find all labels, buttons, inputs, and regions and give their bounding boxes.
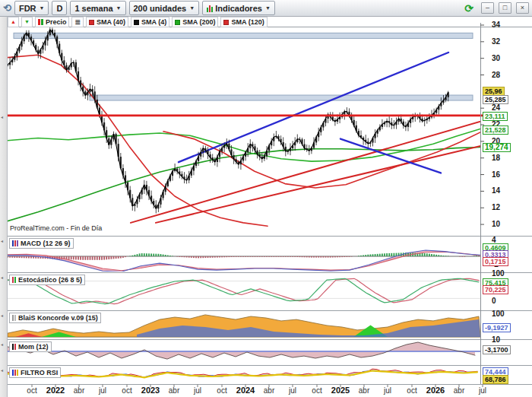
x-axis-label: jul (479, 386, 486, 395)
price-axis-tick: 28 (492, 71, 500, 79)
x-axis-label: 2026 (426, 386, 445, 395)
symbol-label: FDR (19, 4, 36, 13)
units-label: 200 unidades (134, 4, 187, 13)
x-axis-label: jul (99, 386, 106, 395)
x-axis-label: 2022 (46, 386, 65, 395)
mom-axis-tick: 10 (492, 336, 500, 344)
koncorde-icon (12, 315, 16, 321)
overlay-sma4 (8, 30, 448, 208)
price-axis-tick: 30 (492, 55, 500, 62)
x-axis-label: jul (384, 386, 391, 395)
price-axis-label: 19,274 (483, 143, 511, 152)
x-axis-label: 2025 (331, 386, 350, 395)
estocastico-value-label: 70,225 (483, 285, 508, 294)
panel-title: BlaiS Koncorde v.09 (15) (18, 313, 98, 322)
x-axis-label: oct (217, 386, 226, 395)
timeframe-dropdown[interactable]: 1 semana▼ (70, 1, 125, 15)
indicators-dropdown[interactable]: Indicadores▼ (202, 1, 275, 15)
price-axis-tick: 16 (492, 171, 500, 179)
price-axis-tick: 18 (492, 154, 500, 162)
x-axis-label: jul (194, 386, 201, 395)
left-panel-strip[interactable]: ◂◂◂◂◂◂ (0, 17, 8, 397)
panel-collapse-arrow-icon[interactable]: ◂ (1, 275, 3, 280)
sma-color-swatch (175, 20, 180, 25)
legend-sma-1[interactable]: SMA (4) (131, 17, 169, 27)
price-legend: ▲ ▼ Precio ≣ SMA (40)SMA (4)SMA (200)SMA… (8, 17, 268, 27)
x-axis-label: oct (407, 386, 416, 395)
timeframe-label: 1 semana (74, 4, 112, 13)
price-legend-label: Precio (46, 17, 67, 27)
chart-canvas[interactable] (0, 0, 532, 397)
x-axis-label: abr (169, 386, 179, 395)
panel-collapse-arrow-icon[interactable]: ◂ (1, 114, 3, 119)
indicators-label: Indicadores (215, 4, 262, 13)
mom-value-label: -3,1700 (483, 345, 511, 354)
panel-label-filtro-rsi[interactable]: FILTRO RSI (9, 367, 61, 378)
history-label: D (56, 4, 62, 13)
filtro-rsi-value-label: 68,786 (483, 375, 508, 384)
price-axis-tick: 32 (492, 38, 500, 46)
scale-up-button[interactable]: ▲ (8, 17, 19, 27)
prorealtime-window: { "window": {"minimize": "–", "maximize"… (0, 0, 532, 397)
candle-icon (38, 19, 43, 25)
branding-text: ProRealTime.com - Fin de Día (9, 224, 103, 232)
panel-collapse-arrow-icon[interactable]: ◂ (1, 313, 3, 318)
units-dropdown[interactable]: 200 unidades▼ (129, 1, 200, 15)
x-axis-label: oct (312, 386, 321, 395)
macd-value-label: 0,1715 (483, 257, 508, 266)
arrow-up-icon: ▲ (11, 17, 16, 27)
panel-collapse-arrow-icon[interactable]: ◂ (1, 238, 3, 243)
legend-sma-0[interactable]: SMA (40) (86, 17, 128, 27)
chevron-down-icon: ▼ (116, 5, 122, 11)
price-axis-tick: 12 (492, 204, 500, 211)
x-axis-label: abr (359, 386, 369, 395)
close-button[interactable]: × (516, 2, 529, 14)
sma-color-swatch (223, 20, 229, 25)
list-icon: ≣ (74, 17, 81, 27)
filtro-rsi-icon (12, 370, 18, 376)
panel-label-macd[interactable]: MACD (12 26 9) (9, 238, 74, 249)
panel-title: Estocástico (26 8 5) (18, 275, 82, 284)
arrow-down-icon: ▼ (24, 17, 30, 27)
overlay-trend-red-up-2 (156, 145, 486, 223)
x-axis-label: 2023 (141, 386, 160, 395)
mom-icon (12, 344, 16, 350)
minimize-button[interactable]: – (481, 2, 494, 14)
panel-collapse-arrow-icon[interactable]: ◂ (1, 341, 3, 347)
symbol-dropdown[interactable]: FDR▼ (14, 1, 49, 15)
panel-label-mom[interactable]: Mom (12) (9, 341, 52, 352)
refresh-icon[interactable]: ⟳ (464, 2, 473, 14)
estocastico-axis-tick: 0 (492, 297, 496, 305)
price-axis-tick: 24 (492, 104, 500, 112)
x-axis-label: 2024 (236, 386, 255, 395)
sma-color-swatch (134, 20, 139, 25)
panel-label-estocastico[interactable]: Estocástico (26 8 5) (9, 275, 85, 285)
panel-label-koncorde[interactable]: BlaiS Koncorde v.09 (15) (9, 313, 101, 323)
price-axis-tick: 34 (492, 21, 500, 29)
chevron-down-icon: ▼ (189, 5, 195, 11)
legend-price[interactable]: Precio (35, 17, 70, 27)
price-axis-tick: 10 (492, 221, 500, 228)
sma-legend-label: SMA (40) (97, 17, 125, 27)
sma-legend-label: SMA (200) (182, 17, 215, 27)
sma-legend-label: SMA (4) (141, 17, 166, 27)
overlay-sma120 (8, 129, 480, 162)
legend-sma-2[interactable]: SMA (200) (172, 17, 218, 27)
x-axis-label: abr (264, 386, 274, 395)
history-button[interactable]: D (52, 1, 67, 15)
toolbar: ⟲ FDR▼ D 1 semana▼ 200 unidades▼ Indicad… (0, 0, 532, 17)
estocastico-icon (12, 277, 16, 283)
panel-collapse-arrow-icon[interactable]: ◂ (1, 367, 3, 373)
legend-settings-button[interactable]: ≣ (71, 17, 84, 27)
maximize-button[interactable]: □ (499, 2, 511, 14)
koncorde-value-label: -9,1927 (483, 323, 511, 332)
sync-icon[interactable]: ⟲ (3, 2, 11, 14)
price-axis-tick: 14 (492, 187, 500, 195)
resistance-band (90, 95, 473, 100)
scale-down-button[interactable]: ▼ (21, 17, 33, 27)
x-axis-label: oct (27, 386, 36, 395)
chevron-down-icon: ▼ (40, 5, 45, 11)
x-axis-label: jul (289, 386, 296, 395)
resistance-band (14, 33, 473, 38)
legend-sma-3[interactable]: SMA (120) (220, 17, 267, 27)
